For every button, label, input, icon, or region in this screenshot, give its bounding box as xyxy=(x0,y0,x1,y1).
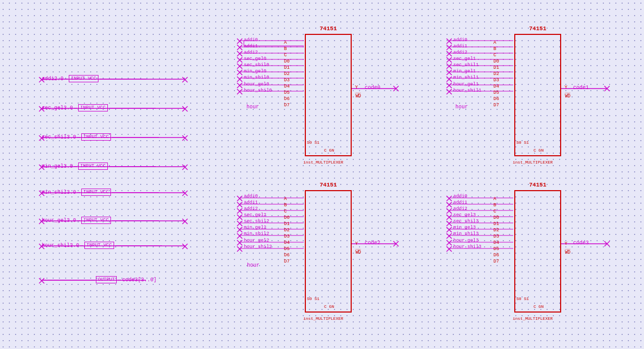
mux1-pin-D7: D7 xyxy=(284,103,290,108)
mux1-pin-Y: Y xyxy=(355,85,358,90)
svg-line-63 xyxy=(237,77,242,82)
svg-line-111 xyxy=(447,215,452,220)
mux4-pin-C: C xyxy=(493,209,496,214)
mux4-pin-D2: D2 xyxy=(493,228,499,233)
mux4-left-addi1: addi1 xyxy=(453,200,467,205)
mux2-pin-C: C xyxy=(493,53,496,58)
svg-line-64 xyxy=(237,83,242,88)
pin-vcc-sec-shil3: INPUT VCC xyxy=(81,133,111,141)
svg-line-128 xyxy=(604,241,610,246)
mux1-left-addi2: addi2 xyxy=(244,50,258,55)
mux1-left-hour-shil0: hour_shil0 xyxy=(244,88,272,93)
mux4-left-sec-shil3: sec_shil3 xyxy=(453,219,479,224)
svg-line-156 xyxy=(182,244,188,249)
svg-line-122 xyxy=(393,86,399,91)
svg-line-152 xyxy=(182,219,188,224)
mux4-title: 74151 xyxy=(515,182,560,188)
mux4-left-sec-gel3: sec_gel3 xyxy=(453,213,476,218)
mux3-left-sec-gel2: sec_gel2 xyxy=(244,213,266,218)
mux2-pin-Y: Y xyxy=(565,85,567,90)
svg-line-107 xyxy=(447,202,452,207)
svg-line-123 xyxy=(393,86,399,91)
mux4-pin-D6: D6 xyxy=(493,253,499,258)
svg-line-57 xyxy=(237,57,242,63)
mux2-left-sec-shil1: sec_shil1 xyxy=(453,63,479,68)
svg-line-110 xyxy=(447,215,452,220)
svg-line-77 xyxy=(447,64,452,69)
mux2-left-addi0: addi0 xyxy=(453,38,467,43)
mux2-left-hour-gel1: hour_gel1 xyxy=(453,82,479,87)
pin-label-min-shil3: min_shil3.0 xyxy=(42,190,76,195)
mux1-pin-A: A xyxy=(284,40,287,45)
mux4-block: 74151 A B C D0 D1 D2 D3 D4 D5 D6 D7 Y W̅… xyxy=(514,190,561,313)
svg-line-94 xyxy=(237,221,242,226)
mux2-block: 74151 A B C D0 D1 D2 D3 D4 D5 D6 D7 Y W̅… xyxy=(514,34,561,156)
mux1-pin-D6: D6 xyxy=(284,96,290,102)
svg-line-59 xyxy=(237,64,242,69)
mux2-pin-D2: D2 xyxy=(493,71,499,77)
mux4-left-addi2: addi2 xyxy=(453,206,467,211)
svg-line-116 xyxy=(447,233,452,239)
mux3-pin-A: A xyxy=(284,196,287,202)
mux1-pin-B: B xyxy=(284,46,287,52)
mux4-pin-B: B xyxy=(493,203,496,208)
svg-line-76 xyxy=(447,64,452,69)
svg-line-114 xyxy=(447,227,452,232)
svg-line-84 xyxy=(447,89,452,94)
mux3-left-addi2: addi2 xyxy=(244,206,258,211)
svg-line-85 xyxy=(447,89,452,94)
output-label-code3: code3 xyxy=(573,240,589,246)
svg-line-117 xyxy=(447,233,452,239)
svg-line-50 xyxy=(237,39,242,44)
svg-line-53 xyxy=(237,45,242,50)
pin-label-hour-gel3: hour_gel3.0 xyxy=(42,218,76,223)
mux2-pin-B: B xyxy=(493,46,496,52)
mux1-subtitle: inst_MULTIPLEXER xyxy=(303,160,343,165)
mux1-pin-D2: D2 xyxy=(284,71,290,77)
svg-line-83 xyxy=(447,83,452,88)
mux3-pin-D0: D0 xyxy=(284,215,290,220)
mux2-left-sec-gel1: sec_gel1 xyxy=(453,56,476,61)
svg-line-137 xyxy=(182,106,188,111)
svg-line-70 xyxy=(447,45,452,50)
svg-line-92 xyxy=(237,215,242,220)
svg-line-98 xyxy=(237,233,242,239)
mux1-pin-D5: D5 xyxy=(284,90,290,95)
mux4-pin-S0S1: S0 S1 xyxy=(516,296,529,301)
svg-line-148 xyxy=(182,191,188,196)
mux3-left-hour-shil2: hour_shil2 xyxy=(244,244,272,250)
svg-line-153 xyxy=(182,219,188,224)
mux1-left-addi1: addi1 xyxy=(244,44,258,49)
mux3-pin-WD: W̅D̅ xyxy=(355,250,361,255)
svg-line-145 xyxy=(182,165,188,170)
svg-line-51 xyxy=(237,39,242,44)
mux4-pin-Y: Y xyxy=(565,241,567,246)
mux4-pin-D7: D7 xyxy=(493,259,499,264)
mux3-pin-C-GN: C GN xyxy=(324,304,334,309)
mux2-subtitle: inst_MULTIPLEXER xyxy=(513,160,553,165)
svg-line-103 xyxy=(237,246,242,252)
svg-line-99 xyxy=(237,233,242,239)
mux4-left-hour-shil3: hour_shil3 xyxy=(453,244,481,250)
mux3-pin-B: B xyxy=(284,203,287,208)
mux3-block: 74151 A B C D0 D1 D2 D3 D4 D5 D6 D7 Y W̅… xyxy=(305,190,352,313)
svg-line-89 xyxy=(237,202,242,207)
svg-line-91 xyxy=(237,208,242,214)
svg-line-124 xyxy=(604,86,610,91)
input-pin-hour-shil3: hour_shil3.0 INPUT VCC xyxy=(42,242,163,249)
mux2-left-addi1: addi1 xyxy=(453,44,467,49)
mux2-pin-C-GN: C GN xyxy=(534,148,543,153)
output-label-code0: code0 xyxy=(365,85,380,91)
mux4-left-addi0: addi0 xyxy=(453,194,467,199)
svg-line-75 xyxy=(447,57,452,63)
mux4-pin-D4: D4 xyxy=(493,240,499,245)
svg-line-100 xyxy=(237,240,242,245)
mux4-left-hour-gel3: hour_gel3 xyxy=(453,238,479,243)
pin-label-code3: code3[3..0] xyxy=(122,277,156,283)
mux4-left-min-shil3: min_shil3 xyxy=(453,231,479,236)
svg-line-65 xyxy=(237,83,242,88)
mux3-left-hour-gel2: hour_gel2 xyxy=(244,238,269,243)
mux1-pin-D3: D3 xyxy=(284,78,290,83)
mux2-left-min-shil1: min_shil1 xyxy=(453,75,479,80)
svg-line-121 xyxy=(447,246,452,252)
